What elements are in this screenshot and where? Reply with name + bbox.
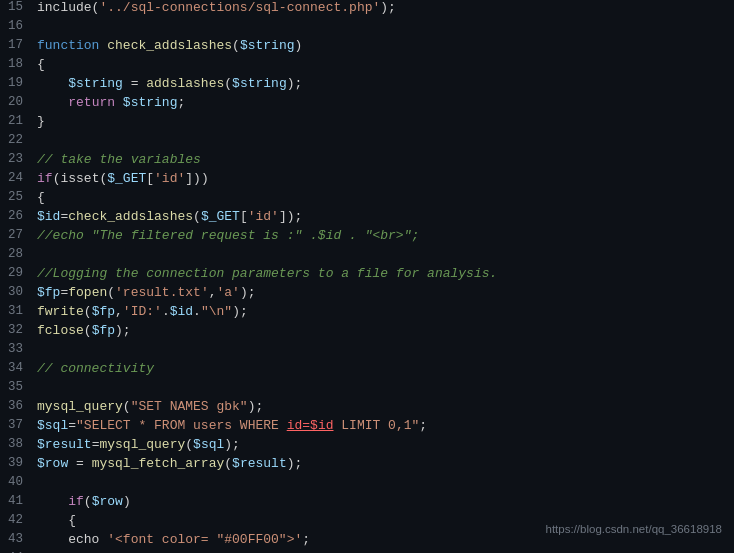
line-number: 16 xyxy=(8,19,37,33)
table-row: 20 return $string; xyxy=(0,95,734,114)
line-content: // take the variables xyxy=(37,152,726,167)
line-number: 32 xyxy=(8,323,37,337)
table-row: 31fwrite($fp,'ID:'.$id."\n"); xyxy=(0,304,734,323)
line-number: 19 xyxy=(8,76,37,90)
table-row: 25{ xyxy=(0,190,734,209)
line-number: 25 xyxy=(8,190,37,204)
line-number: 39 xyxy=(8,456,37,470)
table-row: 18{ xyxy=(0,57,734,76)
line-number: 18 xyxy=(8,57,37,71)
table-row: 27//echo "The filtered request is :" .$i… xyxy=(0,228,734,247)
line-content: $string = addslashes($string); xyxy=(37,76,726,91)
line-number: 33 xyxy=(8,342,37,356)
table-row: 38$result=mysql_query($sql); xyxy=(0,437,734,456)
code-editor: 15include('../sql-connections/sql-connec… xyxy=(0,0,734,553)
table-row: 36mysql_query("SET NAMES gbk"); xyxy=(0,399,734,418)
line-number: 42 xyxy=(8,513,37,527)
line-content: mysql_query("SET NAMES gbk"); xyxy=(37,399,726,414)
line-number: 34 xyxy=(8,361,37,375)
line-content: fclose($fp); xyxy=(37,323,726,338)
table-row: 24if(isset($_GET['id'])) xyxy=(0,171,734,190)
table-row: 22 xyxy=(0,133,734,152)
table-row: 32fclose($fp); xyxy=(0,323,734,342)
table-row: 28 xyxy=(0,247,734,266)
line-number: 29 xyxy=(8,266,37,280)
line-content: $result=mysql_query($sql); xyxy=(37,437,726,452)
line-content: // connectivity xyxy=(37,361,726,376)
table-row: 26$id=check_addslashes($_GET['id']); xyxy=(0,209,734,228)
line-number: 35 xyxy=(8,380,37,394)
line-number: 15 xyxy=(8,0,37,14)
line-number: 40 xyxy=(8,475,37,489)
line-number: 20 xyxy=(8,95,37,109)
line-content: if($row) xyxy=(37,494,726,509)
line-content: $id=check_addslashes($_GET['id']); xyxy=(37,209,726,224)
line-number: 41 xyxy=(8,494,37,508)
line-content: { xyxy=(37,57,726,72)
table-row: 19 $string = addslashes($string); xyxy=(0,76,734,95)
line-number: 37 xyxy=(8,418,37,432)
line-content: //echo "The filtered request is :" .$id … xyxy=(37,228,726,243)
line-content: $fp=fopen('result.txt','a'); xyxy=(37,285,726,300)
table-row: 17function check_addslashes($string) xyxy=(0,38,734,57)
line-number: 22 xyxy=(8,133,37,147)
line-content: $row = mysql_fetch_array($result); xyxy=(37,456,726,471)
line-number: 36 xyxy=(8,399,37,413)
line-number: 23 xyxy=(8,152,37,166)
table-row: 16 xyxy=(0,19,734,38)
line-number: 17 xyxy=(8,38,37,52)
line-number: 38 xyxy=(8,437,37,451)
table-row: 33 xyxy=(0,342,734,361)
line-number: 30 xyxy=(8,285,37,299)
table-row: 23// take the variables xyxy=(0,152,734,171)
line-content: } xyxy=(37,114,726,129)
line-content: return $string; xyxy=(37,95,726,110)
line-number: 28 xyxy=(8,247,37,261)
table-row: 41 if($row) xyxy=(0,494,734,513)
table-row: 39$row = mysql_fetch_array($result); xyxy=(0,456,734,475)
table-row: 35 xyxy=(0,380,734,399)
line-number: 31 xyxy=(8,304,37,318)
table-row: 37$sql="SELECT * FROM users WHERE id=$id… xyxy=(0,418,734,437)
table-row: 34// connectivity xyxy=(0,361,734,380)
line-number: 21 xyxy=(8,114,37,128)
table-row: 15include('../sql-connections/sql-connec… xyxy=(0,0,734,19)
table-row: 21} xyxy=(0,114,734,133)
line-number: 27 xyxy=(8,228,37,242)
line-content: function check_addslashes($string) xyxy=(37,38,726,53)
line-number: 26 xyxy=(8,209,37,223)
line-number: 24 xyxy=(8,171,37,185)
line-number: 43 xyxy=(8,532,37,546)
line-content: $sql="SELECT * FROM users WHERE id=$id L… xyxy=(37,418,726,433)
line-content: { xyxy=(37,190,726,205)
line-content: include('../sql-connections/sql-connect.… xyxy=(37,0,726,15)
table-row: 40 xyxy=(0,475,734,494)
table-row: 29//Logging the connection parameters to… xyxy=(0,266,734,285)
watermark: https://blog.csdn.net/qq_36618918 xyxy=(546,523,722,535)
table-row: 30$fp=fopen('result.txt','a'); xyxy=(0,285,734,304)
line-content: if(isset($_GET['id'])) xyxy=(37,171,726,186)
line-content: fwrite($fp,'ID:'.$id."\n"); xyxy=(37,304,726,319)
line-content: //Logging the connection parameters to a… xyxy=(37,266,726,281)
